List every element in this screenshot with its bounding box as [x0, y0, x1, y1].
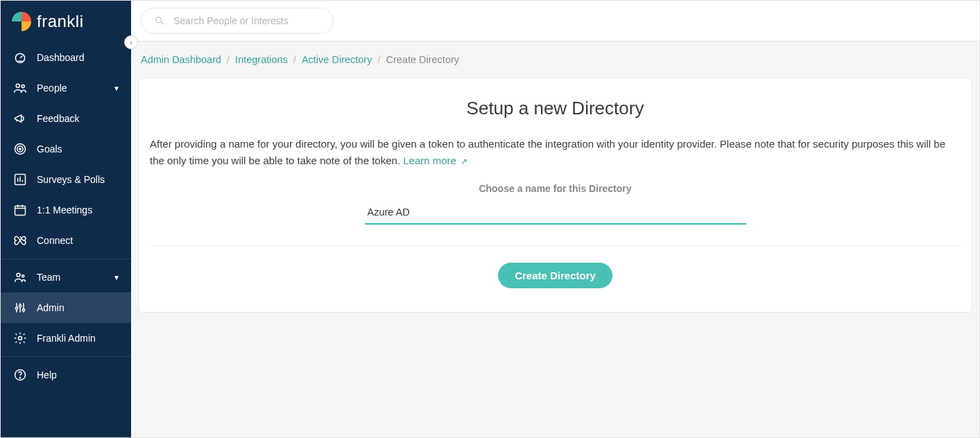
search-box[interactable] — [141, 8, 334, 34]
svg-point-16 — [156, 17, 162, 23]
nav-divider — [1, 259, 131, 259]
sidebar-item-label: Goals — [37, 143, 62, 155]
sidebar-item-feedback[interactable]: Feedback — [1, 103, 131, 134]
svg-point-15 — [19, 378, 20, 378]
sliders-icon — [13, 301, 27, 315]
svg-point-11 — [19, 305, 21, 307]
help-icon — [13, 368, 27, 382]
sidebar: frankli Dashboard People ▼ — [1, 1, 131, 437]
sidebar-item-label: Team — [37, 272, 60, 283]
breadcrumb-link[interactable]: Active Directory — [302, 54, 372, 65]
breadcrumb: Admin Dashboard / Integrations / Active … — [138, 42, 972, 78]
logo-icon — [12, 12, 31, 31]
breadcrumb-separator: / — [293, 54, 296, 65]
svg-point-13 — [19, 337, 22, 340]
search-input[interactable] — [173, 15, 320, 26]
megaphone-icon — [13, 112, 27, 125]
breadcrumb-link[interactable]: Admin Dashboard — [141, 54, 221, 65]
gauge-icon — [13, 51, 27, 64]
nav-divider — [1, 356, 131, 357]
calendar-icon — [13, 203, 27, 217]
sidebar-item-label: Dashboard — [37, 52, 85, 63]
team-icon — [13, 270, 27, 284]
sidebar-item-help[interactable]: Help — [1, 360, 131, 390]
infinity-icon — [13, 234, 27, 247]
main-area: Admin Dashboard / Integrations / Active … — [131, 1, 979, 437]
sidebar-item-surveys[interactable]: Surveys & Polls — [1, 164, 131, 195]
learn-more-link[interactable]: Learn more ↗ — [403, 155, 467, 166]
sidebar-item-admin[interactable]: Admin — [1, 292, 131, 323]
sidebar-item-people[interactable]: People ▼ — [1, 73, 131, 103]
sidebar-item-label: Feedback — [37, 113, 79, 124]
breadcrumb-separator: / — [377, 54, 380, 65]
svg-point-12 — [22, 309, 24, 311]
sidebar-item-label: People — [37, 82, 67, 94]
svg-rect-7 — [15, 206, 26, 215]
svg-point-5 — [19, 148, 22, 150]
sidebar-item-connect[interactable]: Connect — [1, 225, 131, 256]
brand-logo[interactable]: frankli — [1, 3, 131, 42]
sidebar-item-team[interactable]: Team ▼ — [1, 262, 131, 292]
topbar — [131, 1, 979, 42]
search-icon — [154, 15, 165, 26]
target-icon — [13, 142, 27, 156]
sidebar-item-frankli-admin[interactable]: Frankli Admin — [1, 323, 131, 353]
description-text: After providing a name for your director… — [150, 138, 945, 166]
sidebar-collapse-toggle[interactable]: ‹ — [124, 35, 138, 49]
directory-name-label: Choose a name for this Directory — [150, 183, 961, 194]
chevron-down-icon: ▼ — [113, 274, 120, 281]
svg-point-8 — [17, 273, 20, 277]
divider — [150, 245, 961, 246]
svg-point-9 — [22, 275, 24, 277]
gear-icon — [13, 331, 27, 345]
sidebar-item-label: 1:1 Meetings — [37, 204, 92, 216]
create-directory-button[interactable]: Create Directory — [498, 263, 612, 288]
brand-name: frankli — [37, 12, 84, 31]
svg-point-10 — [15, 307, 17, 309]
sidebar-item-meetings[interactable]: 1:1 Meetings — [1, 195, 131, 225]
setup-card: Setup a new Directory After providing a … — [138, 78, 972, 313]
sidebar-item-dashboard[interactable]: Dashboard — [1, 42, 131, 73]
chevron-left-icon: ‹ — [130, 39, 132, 46]
page-title: Setup a new Directory — [150, 98, 961, 119]
breadcrumb-separator: / — [227, 54, 230, 65]
svg-point-1 — [16, 84, 19, 87]
chevron-down-icon: ▼ — [113, 85, 120, 92]
sidebar-item-label: Frankli Admin — [37, 333, 96, 344]
people-icon — [13, 81, 27, 95]
directory-name-input[interactable] — [365, 201, 746, 225]
breadcrumb-link[interactable]: Integrations — [235, 54, 288, 65]
description: After providing a name for your director… — [150, 136, 961, 169]
sidebar-item-label: Connect — [37, 235, 73, 246]
external-link-icon: ↗ — [461, 157, 467, 166]
sidebar-item-label: Help — [37, 369, 57, 380]
sidebar-item-label: Admin — [37, 302, 65, 313]
sidebar-item-label: Surveys & Polls — [37, 174, 105, 185]
svg-point-2 — [22, 85, 24, 87]
breadcrumb-current: Create Directory — [386, 54, 459, 65]
poll-icon — [13, 173, 27, 186]
sidebar-item-goals[interactable]: Goals — [1, 134, 131, 164]
